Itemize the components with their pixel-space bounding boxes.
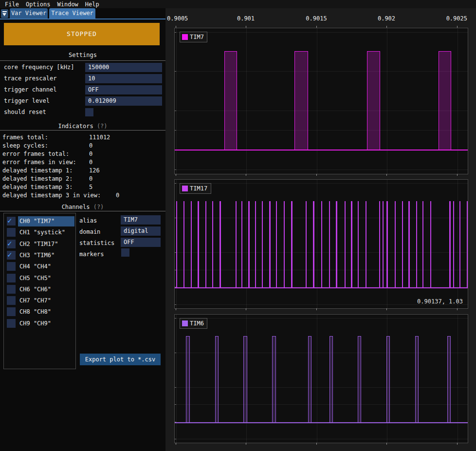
spike	[430, 201, 431, 288]
signal-baseline	[175, 422, 468, 423]
gridline-v	[317, 180, 317, 308]
plot-legend[interactable]: TIM17	[180, 183, 211, 194]
channel-list-item[interactable]: CH0 "TIM7"	[19, 216, 55, 226]
indicator-label: frames total:	[2, 133, 48, 142]
core-frequency-input[interactable]: 150000	[85, 63, 162, 72]
check-icon: ✓	[7, 250, 12, 259]
channel-list-item[interactable]: CH5 "CH5"	[19, 273, 51, 283]
acquisition-state-button[interactable]: STOPPED	[4, 23, 160, 45]
spike	[321, 201, 322, 288]
markers-checkbox[interactable]	[121, 248, 129, 257]
plot-tim7[interactable]: TIM7	[174, 28, 468, 174]
left-tick	[175, 32, 176, 33]
legend-label: TIM6	[190, 319, 204, 328]
channel-list-item[interactable]: CH2 "TIM17"	[19, 239, 58, 249]
should-reset-checkbox[interactable]	[85, 108, 93, 116]
gridline-h	[175, 71, 468, 72]
spike	[236, 201, 237, 288]
left-tick	[175, 353, 176, 353]
gridline-h	[175, 318, 468, 319]
spike	[306, 201, 307, 288]
channel-checkbox[interactable]: ✓	[7, 251, 16, 260]
channel-list-item[interactable]: CH8 "CH8"	[19, 307, 51, 317]
spike	[408, 201, 410, 288]
x-tick	[246, 26, 246, 28]
x-tick	[316, 308, 317, 310]
indicator-label: delayed timestamp 2:	[2, 175, 73, 183]
plot-tim17[interactable]: TIM170.90137, 1.03	[174, 179, 468, 309]
menu-window[interactable]: Window	[57, 1, 78, 8]
indicator-value: 0	[89, 150, 92, 158]
indicator-label: sleep cycles:	[2, 142, 48, 150]
pulse	[272, 336, 275, 423]
x-tick	[316, 26, 317, 28]
alias-input[interactable]: TIM7	[121, 215, 161, 225]
pulse	[215, 336, 219, 423]
separator	[0, 211, 165, 211]
tab-list-popup-button[interactable]	[1, 9, 8, 18]
export-csv-button[interactable]: Export plot to *.csv	[80, 354, 161, 365]
x-tick	[246, 443, 246, 445]
channel-list-item[interactable]: CH9 "CH9"	[19, 319, 51, 328]
indicator-value: 0	[116, 191, 119, 200]
channel-checkbox[interactable]: ✓	[7, 217, 16, 226]
menu-file[interactable]: File	[5, 1, 19, 8]
plot-legend[interactable]: TIM6	[180, 318, 207, 329]
indicator-value: 0	[89, 142, 92, 150]
statistics-label: statistics	[79, 239, 114, 248]
gridline-v	[317, 315, 317, 443]
cursor-position-readout: 0.90137, 1.03	[417, 298, 463, 305]
statistics-select[interactable]: OFF	[121, 238, 161, 247]
tab-var-viewer[interactable]: Var Viewer	[10, 8, 48, 19]
channel-checkbox[interactable]	[7, 228, 16, 237]
gridline-h	[175, 111, 468, 111]
menu-options[interactable]: Options	[26, 1, 51, 8]
channel-list-item[interactable]: CH6 "CH6"	[19, 284, 51, 294]
check-icon: ✓	[7, 239, 12, 248]
plot-legend[interactable]: TIM7	[180, 32, 207, 42]
spike	[248, 201, 250, 288]
chevron-down-icon	[2, 13, 6, 16]
channel-checkbox[interactable]	[7, 319, 16, 328]
spike	[205, 201, 206, 288]
gridline-v	[458, 315, 458, 443]
channel-checkbox[interactable]	[7, 262, 16, 271]
gridline-h	[175, 439, 468, 439]
indicator-label: delayed timestamp 3 in view:	[2, 191, 101, 200]
domain-select[interactable]: digital	[121, 226, 161, 236]
channel-list-item[interactable]: CH4 "CH4"	[19, 262, 51, 271]
x-tick	[176, 26, 176, 28]
indicator-label: error frames in view:	[2, 158, 76, 167]
channel-checkbox[interactable]	[7, 274, 16, 282]
x-tick-label-4: 0.9025	[446, 15, 467, 22]
channel-checkbox[interactable]	[7, 296, 16, 305]
channel-list-item[interactable]: CH7 "CH7"	[19, 296, 51, 305]
x-tick	[386, 26, 387, 28]
settings-title: Settings	[0, 52, 165, 59]
plot-tim6[interactable]: TIM6	[174, 314, 468, 443]
x-tick-label-2: 0.9015	[306, 15, 327, 22]
channel-checkbox[interactable]	[7, 285, 16, 294]
tab-trace-viewer[interactable]: Trace Viewer	[49, 8, 95, 19]
channel-list-item[interactable]: CH3 "TIM6"	[19, 250, 55, 260]
trigger-level-input[interactable]: 0.012009	[85, 96, 162, 106]
trigger-channel-select[interactable]: OFF	[85, 85, 162, 94]
spike	[422, 201, 423, 288]
gridline-h	[175, 353, 468, 353]
menu-help[interactable]: Help	[85, 1, 99, 8]
left-tick	[175, 71, 176, 72]
channels-help[interactable]: (?)	[93, 204, 104, 210]
channel-checkbox[interactable]: ✓	[7, 240, 16, 248]
pulse	[224, 51, 237, 150]
spike	[255, 201, 256, 288]
spike	[191, 201, 192, 288]
legend-swatch-icon	[182, 320, 188, 326]
channel-list-item[interactable]: CH1 "systick"	[19, 227, 65, 237]
indicators-help[interactable]: (?)	[97, 123, 108, 130]
trigger-level-label: trigger level	[4, 96, 50, 106]
left-tick	[175, 387, 176, 388]
channel-checkbox[interactable]	[7, 307, 16, 316]
trace-prescaler-input[interactable]: 10	[85, 74, 162, 83]
x-tick	[386, 174, 387, 176]
pulse	[186, 336, 189, 423]
